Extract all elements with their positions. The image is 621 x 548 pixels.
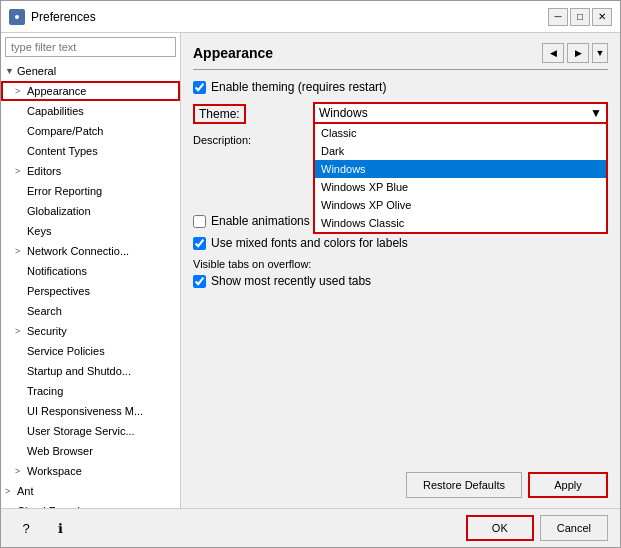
tree-item-content-types[interactable]: Content Types xyxy=(1,141,180,161)
tree-item-ui-responsiveness[interactable]: UI Responsiveness M... xyxy=(1,401,180,421)
content-area: ▼ General > Appearance Capabilities C xyxy=(1,33,620,508)
tree-label-user-storage: User Storage Servic... xyxy=(27,425,135,437)
tree-arrow-ant: > xyxy=(5,486,17,496)
theme-option-windows[interactable]: Windows xyxy=(315,160,606,178)
title-bar-left: Preferences xyxy=(9,9,96,25)
theme-option-xp-olive[interactable]: Windows XP Olive xyxy=(315,196,606,214)
back-button[interactable]: ◀ xyxy=(542,43,564,63)
tree-item-user-storage[interactable]: User Storage Servic... xyxy=(1,421,180,441)
restore-defaults-button[interactable]: Restore Defaults xyxy=(406,472,522,498)
enable-animations-label: Enable animations xyxy=(211,214,310,228)
tree-item-keys[interactable]: Keys xyxy=(1,221,180,241)
tree-item-workspace[interactable]: > Workspace xyxy=(1,461,180,481)
tree-label-search: Search xyxy=(27,305,62,317)
cancel-button[interactable]: Cancel xyxy=(540,515,608,541)
enable-animations-checkbox[interactable] xyxy=(193,215,206,228)
tree-item-web-browser[interactable]: Web Browser xyxy=(1,441,180,461)
description-label: Description: xyxy=(193,134,313,204)
visible-tabs-label: Visible tabs on overflow: xyxy=(193,258,608,270)
theme-dropdown-container: Windows ▼ Classic Dark Windows Windows X… xyxy=(313,102,608,124)
tree-label-appearance: Appearance xyxy=(27,85,86,97)
show-recent-label: Show most recently used tabs xyxy=(211,274,371,288)
tree-label-ui: UI Responsiveness M... xyxy=(27,405,143,417)
tree-item-compare-patch[interactable]: Compare/Patch xyxy=(1,121,180,141)
tree-arrow-editors: > xyxy=(15,166,27,176)
tree-item-appearance[interactable]: > Appearance xyxy=(1,81,180,101)
forward-button[interactable]: ▶ xyxy=(567,43,589,63)
theme-option-dark[interactable]: Dark xyxy=(315,142,606,160)
theme-dropdown-arrow-icon: ▼ xyxy=(590,106,602,120)
show-recent-checkbox[interactable] xyxy=(193,275,206,288)
maximize-button[interactable]: □ xyxy=(570,8,590,26)
enable-theming-checkbox[interactable] xyxy=(193,81,206,94)
tree-item-globalization[interactable]: Globalization xyxy=(1,201,180,221)
svg-point-1 xyxy=(15,15,19,19)
left-panel: ▼ General > Appearance Capabilities C xyxy=(1,33,181,508)
theme-label-wrapper: Theme: xyxy=(193,102,313,124)
dialog-footer: ? ℹ OK Cancel xyxy=(1,508,620,547)
theme-dropdown-button[interactable]: Windows ▼ xyxy=(313,102,608,124)
dropdown-nav-button[interactable]: ▼ xyxy=(592,43,608,63)
theme-option-classic[interactable]: Classic xyxy=(315,124,606,142)
preferences-dialog: Preferences ─ □ ✕ ▼ General > xyxy=(0,0,621,548)
theme-option-xp-blue[interactable]: Windows XP Blue xyxy=(315,178,606,196)
tree-label-perspectives: Perspectives xyxy=(27,285,90,297)
tree-label-error-reporting: Error Reporting xyxy=(27,185,102,197)
mixed-fonts-label: Use mixed fonts and colors for labels xyxy=(211,236,408,250)
tree-label-tracing: Tracing xyxy=(27,385,63,397)
tree-item-network[interactable]: > Network Connectio... xyxy=(1,241,180,261)
tree-item-editors[interactable]: > Editors xyxy=(1,161,180,181)
theme-label: Theme: xyxy=(193,104,246,124)
bottom-buttons: Restore Defaults Apply xyxy=(193,464,608,498)
enable-theming-row: Enable theming (requires restart) xyxy=(193,80,608,94)
tree-label-editors: Editors xyxy=(27,165,61,177)
tree-item-notifications[interactable]: Notifications xyxy=(1,261,180,281)
mixed-fonts-row: Use mixed fonts and colors for labels xyxy=(193,236,608,250)
tree-arrow-network: > xyxy=(15,246,27,256)
tree-label-capabilities: Capabilities xyxy=(27,105,84,117)
section-header: Appearance ◀ ▶ ▼ xyxy=(193,43,608,70)
enable-theming-label: Enable theming (requires restart) xyxy=(211,80,386,94)
tree-arrow-workspace: > xyxy=(15,466,27,476)
tree-item-perspectives[interactable]: Perspectives xyxy=(1,281,180,301)
tree-item-general[interactable]: ▼ General xyxy=(1,61,180,81)
tree-scroll-wrapper: ▼ General > Appearance Capabilities C xyxy=(1,61,180,508)
theme-dropdown-list: Classic Dark Windows Windows XP Blue Win… xyxy=(313,124,608,234)
tree-arrow-general: ▼ xyxy=(5,66,17,76)
tree-label-content-types: Content Types xyxy=(27,145,98,157)
tree-label-network: Network Connectio... xyxy=(27,245,129,257)
tree-area: ▼ General > Appearance Capabilities C xyxy=(1,61,180,508)
right-panel: Appearance ◀ ▶ ▼ Enable theming (require… xyxy=(181,33,620,508)
tree-label-web-browser: Web Browser xyxy=(27,445,93,457)
dialog-icon xyxy=(9,9,25,25)
tree-label-keys: Keys xyxy=(27,225,51,237)
dialog-title: Preferences xyxy=(31,10,96,24)
tree-item-startup[interactable]: Startup and Shutdo... xyxy=(1,361,180,381)
info-button[interactable]: ℹ xyxy=(47,516,73,540)
theme-option-windows-classic[interactable]: Windows Classic xyxy=(315,214,606,232)
nav-controls: ◀ ▶ ▼ xyxy=(542,43,608,63)
filter-input[interactable] xyxy=(5,37,176,57)
tree-item-error-reporting[interactable]: Error Reporting xyxy=(1,181,180,201)
tree-item-security[interactable]: > Security xyxy=(1,321,180,341)
tree-item-search[interactable]: Search xyxy=(1,301,180,321)
help-button[interactable]: ? xyxy=(13,516,39,540)
tree-label-compare: Compare/Patch xyxy=(27,125,103,137)
tree-item-service-policies[interactable]: Service Policies xyxy=(1,341,180,361)
tree-arrow-appearance: > xyxy=(15,86,27,96)
ok-button[interactable]: OK xyxy=(466,515,534,541)
tree-item-cloud-foundry[interactable]: > Cloud Foundry xyxy=(1,501,180,508)
apply-button[interactable]: Apply xyxy=(528,472,608,498)
mixed-fonts-checkbox[interactable] xyxy=(193,237,206,250)
show-recent-row: Show most recently used tabs xyxy=(193,274,608,288)
minimize-button[interactable]: ─ xyxy=(548,8,568,26)
tree-label-security: Security xyxy=(27,325,67,337)
tree-label-general: General xyxy=(17,65,56,77)
close-button[interactable]: ✕ xyxy=(592,8,612,26)
tree-item-capabilities[interactable]: Capabilities xyxy=(1,101,180,121)
tree-item-tracing[interactable]: Tracing xyxy=(1,381,180,401)
tree-item-ant[interactable]: > Ant xyxy=(1,481,180,501)
footer-right: OK Cancel xyxy=(466,515,608,541)
window-controls: ─ □ ✕ xyxy=(548,8,612,26)
tree-label-ant: Ant xyxy=(17,485,34,497)
